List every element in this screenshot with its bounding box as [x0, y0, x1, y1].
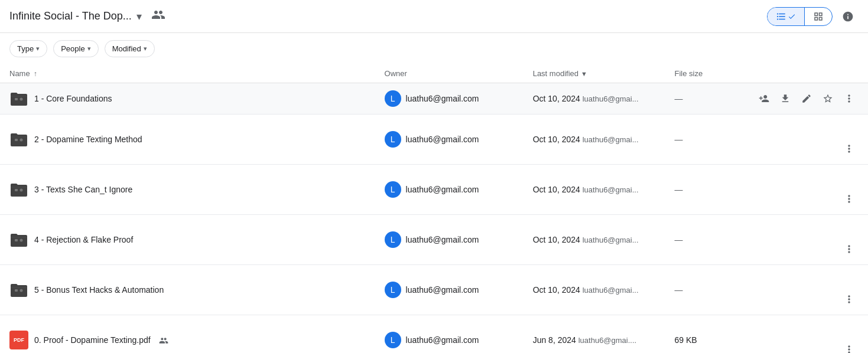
modified-date: Oct 10, 2024	[533, 135, 580, 144]
download-button[interactable]	[776, 321, 795, 340]
download-button[interactable]	[776, 221, 795, 240]
add-person-button[interactable]	[755, 321, 773, 340]
file-name: 3 - Texts She Can_t Ignore	[34, 185, 132, 194]
edit-button[interactable]	[797, 89, 816, 108]
edit-button[interactable]	[797, 221, 816, 240]
star-button[interactable]	[818, 120, 837, 139]
svg-point-7	[20, 239, 23, 242]
row-more-static	[755, 240, 859, 259]
edit-button[interactable]	[797, 271, 816, 290]
more-actions-button[interactable]	[840, 171, 859, 189]
modified-filter-label: Modified	[112, 44, 141, 53]
add-person-button[interactable]	[755, 171, 773, 189]
avatar: L	[385, 282, 401, 298]
row-more-static	[755, 189, 859, 208]
file-size: —	[674, 235, 682, 244]
folder-icon	[9, 89, 28, 108]
table-row[interactable]: 5 - Bonus Text Hacks & Automation L luat…	[0, 265, 868, 315]
more-actions-button[interactable]	[840, 240, 859, 259]
top-bar-actions	[767, 6, 859, 27]
td-name: 5 - Bonus Text Hacks & Automation	[0, 265, 375, 315]
th-file-size: File size	[665, 64, 745, 83]
grid-view-button[interactable]	[805, 8, 832, 25]
svg-rect-6	[15, 239, 18, 241]
more-actions-button[interactable]	[840, 120, 859, 139]
name-column-label: Name	[9, 69, 30, 78]
people-filter-chip[interactable]: People ▾	[53, 40, 98, 57]
type-filter-chip[interactable]: Type ▾	[9, 40, 47, 57]
table-row[interactable]: PDF 0. Proof - Dopamine Texting.pdf L lu…	[0, 315, 868, 354]
file-size: —	[674, 135, 682, 144]
more-actions-button[interactable]	[840, 89, 859, 108]
star-button[interactable]	[818, 221, 837, 240]
modified-by: luathu6@gmai...	[583, 286, 639, 295]
download-button[interactable]	[776, 271, 795, 290]
download-button[interactable]	[776, 171, 795, 189]
share-people-icon[interactable]	[151, 8, 165, 25]
td-modified: Oct 10, 2024 luathu6@gmai...	[524, 165, 665, 215]
modified-date: Jun 8, 2024	[533, 335, 576, 345]
table-row[interactable]: 3 - Texts She Can_t Ignore L luathu6@gma…	[0, 165, 868, 215]
add-person-button[interactable]	[755, 89, 773, 108]
th-last-modified[interactable]: Last modified ▼	[524, 64, 665, 83]
modified-date: Oct 10, 2024	[533, 94, 580, 103]
drive-title: Infinite Social - The Dop...	[9, 10, 132, 22]
edit-button[interactable]	[797, 120, 816, 139]
star-button[interactable]	[818, 89, 837, 108]
star-button[interactable]	[818, 271, 837, 290]
td-file-size: —	[665, 115, 745, 165]
top-bar: Infinite Social - The Dop... ▾	[0, 0, 868, 33]
file-name: 1 - Core Foundations	[34, 94, 112, 103]
more-actions-button[interactable]	[840, 221, 859, 240]
add-person-button[interactable]	[755, 120, 773, 139]
table-row[interactable]: 2 - Dopamine Texting Method L luathu6@gm…	[0, 115, 868, 165]
avatar: L	[385, 332, 401, 348]
file-size: 69 KB	[674, 335, 697, 345]
name-sort-arrow-icon[interactable]: ↑	[34, 70, 37, 78]
edit-button[interactable]	[797, 321, 816, 340]
avatar: L	[385, 131, 401, 148]
more-actions-button[interactable]	[840, 340, 859, 353]
td-file-size: 69 KB	[665, 315, 745, 354]
add-person-button[interactable]	[755, 221, 773, 240]
modified-filter-chip[interactable]: Modified ▾	[105, 40, 155, 57]
info-button[interactable]	[837, 6, 859, 27]
view-toggle	[767, 7, 833, 26]
pdf-icon: PDF	[9, 331, 28, 349]
list-view-button[interactable]	[768, 8, 805, 25]
more-actions-button[interactable]	[840, 189, 859, 208]
modified-by: luathu6@gmai...	[583, 94, 639, 103]
owner-email: luathu6@gmail.com	[406, 185, 479, 194]
modified-by: luathu6@gmai....	[578, 336, 636, 345]
download-button[interactable]	[776, 120, 795, 139]
td-owner: L luathu6@gmail.com	[375, 265, 524, 315]
table-row[interactable]: 1 - Core Foundations L luathu6@gmail.com…	[0, 83, 868, 115]
th-name: Name ↑	[0, 64, 375, 83]
download-button[interactable]	[776, 89, 795, 108]
td-name: PDF 0. Proof - Dopamine Texting.pdf	[0, 315, 375, 354]
td-owner: L luathu6@gmail.com	[375, 83, 524, 115]
title-chevron-icon[interactable]: ▾	[136, 10, 142, 23]
shared-icon	[157, 335, 168, 345]
more-actions-button[interactable]	[840, 139, 859, 158]
star-button[interactable]	[818, 321, 837, 340]
add-person-button[interactable]	[755, 271, 773, 290]
td-owner: L luathu6@gmail.com	[375, 115, 524, 165]
td-modified: Oct 10, 2024 luathu6@gmai...	[524, 83, 665, 115]
more-actions-button[interactable]	[840, 271, 859, 290]
td-name: 2 - Dopamine Texting Method	[0, 115, 375, 165]
more-actions-button[interactable]	[840, 321, 859, 340]
owner-email: luathu6@gmail.com	[406, 135, 479, 144]
edit-button[interactable]	[797, 171, 816, 189]
star-button[interactable]	[818, 171, 837, 189]
modified-by: luathu6@gmai...	[583, 185, 639, 194]
row-actions	[755, 89, 859, 108]
people-filter-label: People	[61, 44, 84, 53]
td-actions	[745, 215, 868, 265]
td-owner: L luathu6@gmail.com	[375, 165, 524, 215]
svg-point-3	[20, 139, 23, 142]
more-actions-button[interactable]	[840, 290, 859, 309]
owner-email: luathu6@gmail.com	[406, 335, 479, 345]
type-filter-arrow-icon: ▾	[36, 45, 40, 53]
table-row[interactable]: 4 - Rejection & Flake Proof L luathu6@gm…	[0, 215, 868, 265]
